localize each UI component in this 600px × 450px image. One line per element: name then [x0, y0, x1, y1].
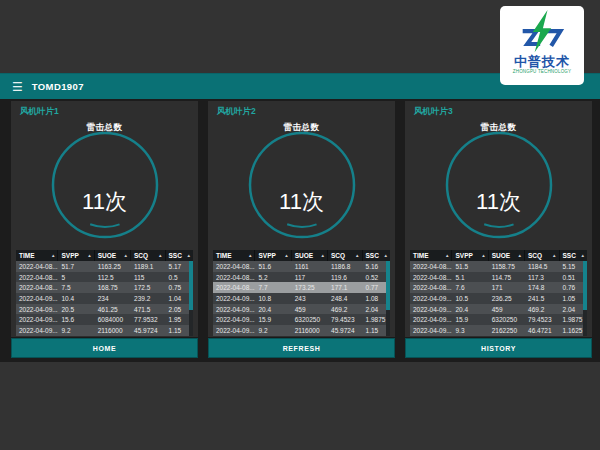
table-cell: 234	[95, 293, 131, 304]
panel-title: 风机叶片1	[20, 106, 59, 118]
sort-icon[interactable]: ▲	[87, 253, 91, 258]
table-cell: 2022-04-09...	[213, 304, 255, 315]
sort-icon[interactable]: ▲	[383, 253, 387, 258]
table-scrollbar-thumb[interactable]	[386, 261, 390, 310]
column-header[interactable]: SCQ▲	[328, 250, 363, 261]
table-cell: 459	[489, 304, 525, 315]
table-row[interactable]: 2022-04-09...9.3216225046.47211.1625	[410, 325, 587, 336]
sort-icon[interactable]: ▲	[445, 253, 449, 258]
table-row[interactable]: 2022-04-08...51.51158.751184.55.15	[410, 261, 587, 272]
table-cell: 1189.1	[131, 261, 166, 272]
table-row[interactable]: 2022-04-08...5112.51150.5	[16, 272, 193, 283]
column-header[interactable]: SVPP▲	[58, 250, 94, 261]
table-cell: 461.25	[95, 304, 131, 315]
table-cell: 2022-04-09...	[410, 304, 452, 315]
table-row[interactable]: 2022-04-08...51.71163.251189.15.17	[16, 261, 193, 272]
column-header[interactable]: TIME▲	[410, 250, 452, 261]
home-button[interactable]: HOME	[11, 337, 198, 358]
table-row[interactable]: 2022-04-08...51.611611186.85.16	[213, 261, 390, 272]
table-row[interactable]: 2022-04-09...20.5461.25471.52.05	[16, 304, 193, 315]
sort-icon[interactable]: ▲	[518, 253, 522, 258]
table-header-row: TIME▲SVPP▲SUOE▲SCQ▲SSC▲	[410, 250, 587, 261]
table-cell: 51.5	[452, 261, 488, 272]
panel-title: 风机叶片3	[414, 106, 453, 118]
table-row[interactable]: 2022-04-09...20.4459469.22.04	[213, 304, 390, 315]
table-cell: 117.3	[525, 272, 560, 283]
table-cell: 2116000	[95, 325, 131, 336]
refresh-button[interactable]: REFRESH	[208, 337, 395, 358]
table-cell: 15.9	[452, 314, 488, 325]
table-scrollbar-thumb[interactable]	[189, 261, 193, 310]
sort-icon[interactable]: ▲	[321, 253, 325, 258]
table-row[interactable]: 2022-04-09...15.9632025079.45231.9875	[410, 314, 587, 325]
table-row[interactable]: 2022-04-09...15.9632025079.45231.9875	[213, 314, 390, 325]
table-row[interactable]: 2022-04-09...10.4234239.21.04	[16, 293, 193, 304]
sort-icon[interactable]: ▲	[481, 253, 485, 258]
table-cell: 51.6	[255, 261, 291, 272]
sort-icon[interactable]: ▲	[580, 253, 584, 258]
table-cell: 2022-04-08...	[213, 261, 255, 272]
table-cell: 2022-04-09...	[213, 325, 255, 336]
data-table: TIME▲SVPP▲SUOE▲SCQ▲SSC▲2022-04-08...51.6…	[213, 250, 390, 336]
column-header[interactable]: SVPP▲	[452, 250, 488, 261]
sort-icon[interactable]: ▲	[248, 253, 252, 258]
column-header[interactable]: SUOE▲	[95, 250, 131, 261]
table-cell: 177.1	[328, 282, 363, 293]
table-row[interactable]: 2022-04-08...7.7173.25177.10.77	[213, 282, 390, 293]
table-row[interactable]: 2022-04-08...7.6171174.80.76	[410, 282, 587, 293]
table-scrollbar-track[interactable]	[189, 261, 193, 336]
column-header[interactable]: TIME▲	[213, 250, 255, 261]
table-cell: 79.4523	[328, 314, 363, 325]
table-cell: 51.7	[58, 261, 94, 272]
table-cell: 469.2	[328, 304, 363, 315]
table-scrollbar-track[interactable]	[583, 261, 587, 336]
table-cell: 9.3	[452, 325, 488, 336]
table-cell: 1161	[292, 261, 328, 272]
table-scrollbar-thumb[interactable]	[583, 261, 587, 310]
table-cell: 9.2	[58, 325, 94, 336]
table-header-row: TIME▲SVPP▲SUOE▲SCQ▲SSC▲	[16, 250, 193, 261]
table-row[interactable]: 2022-04-08...5.2117119.60.52	[213, 272, 390, 283]
sort-icon[interactable]: ▲	[284, 253, 288, 258]
gauge-ring	[50, 130, 160, 240]
column-header[interactable]: SCQ▲	[131, 250, 166, 261]
table-row[interactable]: 2022-04-08...5.1114.75117.30.51	[410, 272, 587, 283]
table-cell: 2022-04-09...	[213, 314, 255, 325]
column-header[interactable]: SSC▲	[560, 250, 587, 261]
company-name-en: ZHONGPU TECHNOLOGY	[504, 68, 580, 73]
table-cell: 10.5	[452, 293, 488, 304]
table-scrollbar-track[interactable]	[386, 261, 390, 336]
table-cell: 1184.5	[525, 261, 560, 272]
table-row[interactable]: 2022-04-09...9.2211600045.97241.15	[16, 325, 193, 336]
table-cell: 112.5	[95, 272, 131, 283]
panel-blade-2: 风机叶片2 雷击总数 11次 TIME▲SVPP▲SUOE▲SCQ▲SSC▲20…	[208, 101, 395, 358]
hamburger-menu-icon[interactable]: ☰	[12, 80, 23, 94]
table-cell: 6320250	[489, 314, 525, 325]
column-header[interactable]: SSC▲	[166, 250, 193, 261]
table-row[interactable]: 2022-04-09...15.6608400077.95321.95	[16, 314, 193, 325]
sort-icon[interactable]: ▲	[186, 253, 190, 258]
table-cell: 79.4523	[525, 314, 560, 325]
table-header-row: TIME▲SVPP▲SUOE▲SCQ▲SSC▲	[213, 250, 390, 261]
sort-icon[interactable]: ▲	[552, 253, 556, 258]
table-row[interactable]: 2022-04-09...10.8243248.41.08	[213, 293, 390, 304]
column-header[interactable]: TIME▲	[16, 250, 58, 261]
column-header[interactable]: SUOE▲	[292, 250, 328, 261]
sort-icon[interactable]: ▲	[51, 253, 55, 258]
table-cell: 173.25	[292, 282, 328, 293]
table-row[interactable]: 2022-04-09...10.5236.25241.51.05	[410, 293, 587, 304]
table-row[interactable]: 2022-04-09...9.2211600045.97241.15	[213, 325, 390, 336]
table-cell: 45.9724	[131, 325, 166, 336]
table-row[interactable]: 2022-04-09...20.4459469.22.04	[410, 304, 587, 315]
sort-icon[interactable]: ▲	[158, 253, 162, 258]
column-header[interactable]: SVPP▲	[255, 250, 291, 261]
sort-icon[interactable]: ▲	[124, 253, 128, 258]
table-row[interactable]: 2022-04-08...7.5168.75172.50.75	[16, 282, 193, 293]
column-header[interactable]: SCQ▲	[525, 250, 560, 261]
panel-title: 风机叶片2	[217, 106, 256, 118]
sort-icon[interactable]: ▲	[355, 253, 359, 258]
column-header[interactable]: SSC▲	[363, 250, 390, 261]
column-header[interactable]: SUOE▲	[489, 250, 525, 261]
history-button[interactable]: HISTORY	[405, 337, 592, 358]
table-cell: 471.5	[131, 304, 166, 315]
